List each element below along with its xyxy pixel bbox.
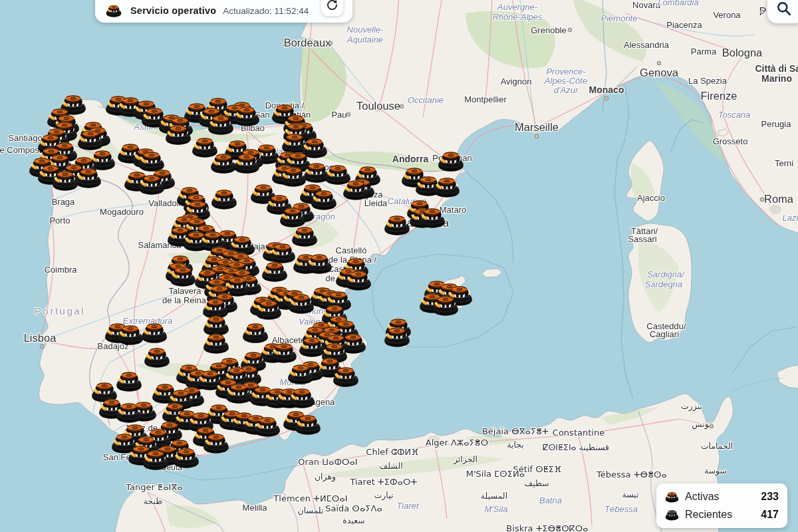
map-label: Provence- xyxy=(546,66,586,76)
map-label: Biskra ⵜⵉⴱⴻⵙⴽⵔⴰ xyxy=(506,523,588,532)
map-label: M'Sila xyxy=(485,504,508,514)
map-label: Talavera xyxy=(168,286,201,296)
map-label: بنزرت xyxy=(681,401,702,412)
town-dot xyxy=(604,96,608,100)
refresh-button[interactable] xyxy=(321,0,344,17)
map-label: Castelló xyxy=(336,245,367,255)
map-label: سوسة xyxy=(704,466,727,476)
map-label: Coimbra xyxy=(44,265,77,275)
map-label: Mataró xyxy=(440,205,466,215)
map-label: بجاية xyxy=(507,440,524,450)
map-label: Avignon xyxy=(501,76,532,86)
map-label: Andorra xyxy=(392,154,429,164)
stats-row-recent: Recientes 417 xyxy=(665,507,779,522)
map-canvas[interactable]: BordeauxToulouseMarseilleGenovaFirenzeRo… xyxy=(0,0,798,532)
town-dot xyxy=(760,198,763,201)
map-label: La Spezia xyxy=(688,76,728,86)
map-label: Auvergne- xyxy=(497,2,538,12)
map-label: Parma xyxy=(691,47,717,57)
map-label: Tlemcen ⵜⵍⵎⵙⴰⵏ xyxy=(273,493,347,503)
map-label: الشلف xyxy=(379,461,403,471)
map-label: وهران xyxy=(315,471,336,482)
map-label: Porto xyxy=(49,215,70,225)
status-pill: Servicio operativo Actualizado: 11:52:44 xyxy=(95,0,352,23)
map-label: Lombardia xyxy=(658,0,698,7)
map-label: Tanger ⵟⴰⵏⴳⴰ xyxy=(125,482,182,492)
map-label: Lleida xyxy=(364,198,388,208)
map-label: Novara xyxy=(632,0,661,10)
map-label: Braga xyxy=(52,197,75,207)
map-label: Oran ⵡⴰⵀⵔⴰⵏ xyxy=(298,457,357,467)
recent-label: Recientes xyxy=(685,509,732,521)
magnifier-handle xyxy=(786,11,790,15)
town-dot xyxy=(760,10,763,13)
town-dot xyxy=(657,61,660,65)
stats-row-active: Activas 233 xyxy=(665,489,779,504)
map-label: Perugia xyxy=(761,119,792,129)
map-label: Terni xyxy=(775,158,793,168)
active-label: Activas xyxy=(685,491,720,503)
map-label: ⵇⵙⵏⵟⵉⵏⴰ قسنطينة xyxy=(543,442,609,452)
search-icon xyxy=(775,0,793,17)
map-label: الحمامات xyxy=(701,441,733,451)
map-label: Chlef ⵛⵀⵍⴼ xyxy=(366,447,418,457)
map-label: Toscana xyxy=(718,110,751,120)
map-label: Marino xyxy=(761,73,792,84)
town-dot xyxy=(535,134,538,138)
map-label: Piacenza xyxy=(666,20,702,30)
town-dot xyxy=(710,424,713,428)
map-label: de la Reina xyxy=(162,295,207,305)
map-label: المسيلة xyxy=(481,491,507,501)
map-label: تيارت xyxy=(374,490,394,501)
map-label: Sardegna xyxy=(645,279,682,289)
map-label: Cagliari xyxy=(650,329,679,339)
map-label: Béjaïa ⴱⴳⴰⵢⴻⵜ xyxy=(482,426,549,436)
map-label: Batna xyxy=(539,495,562,505)
map-label: Mogadouro xyxy=(100,207,144,217)
map-label: Marseille xyxy=(515,121,559,133)
map-label: Tébessa xyxy=(604,504,638,514)
map-label: Alessandria xyxy=(624,40,670,50)
map-label: d'Azur xyxy=(554,85,579,95)
map-label: Sassari xyxy=(628,234,656,244)
recent-count: 417 xyxy=(761,509,779,521)
town-dot xyxy=(400,104,403,108)
map-label: Grosseto xyxy=(713,136,748,146)
map-label: Constantine xyxy=(553,428,604,438)
map-label: Ajaccio xyxy=(637,193,665,203)
map-label: Grenoble xyxy=(531,25,566,35)
map-label: تونس xyxy=(692,419,712,430)
map-label: Alger ⴷⵣⴰⵢⴻⵔ xyxy=(426,438,488,448)
map-label: تلمسان xyxy=(298,505,325,515)
map-label: سطيف xyxy=(524,478,549,488)
map-label: Lazio xyxy=(782,213,798,223)
map-label: Pau xyxy=(331,110,346,120)
map-label: سعيدة xyxy=(342,515,364,525)
map-label: Genova xyxy=(640,66,679,78)
town-dot xyxy=(568,28,571,31)
beacon-status-icon xyxy=(106,4,122,18)
map-label: Santiago xyxy=(8,133,42,143)
map-label: Firenze xyxy=(700,90,737,102)
urban-patch xyxy=(769,205,781,214)
town-dot xyxy=(40,344,43,348)
map-label: Lisboa xyxy=(24,332,57,344)
refresh-icon xyxy=(325,0,339,12)
search-button[interactable] xyxy=(767,0,798,23)
map-label: Albacete xyxy=(272,335,306,345)
updated-time-label: Actualizado: 11:52:44 xyxy=(223,6,309,16)
map-label: Tébessa ⵜⴱⴻⵙⴰ xyxy=(596,469,667,479)
map-label: Occitanie xyxy=(408,95,444,105)
beacon-active-icon xyxy=(665,491,679,503)
map-label: Aquitaine xyxy=(346,35,383,45)
map-label: Roma xyxy=(764,193,794,205)
map-app: BordeauxToulouseMarseilleGenovaFirenzeRo… xyxy=(0,0,798,532)
map-label: Monaco xyxy=(589,84,624,95)
town-dot xyxy=(346,112,350,116)
stats-panel: Activas 233 Recientes 417 xyxy=(656,483,787,528)
map-label: Tiaret xyxy=(396,501,420,511)
beacon-recent-icon xyxy=(665,509,679,521)
map-label: Bologna xyxy=(722,47,763,59)
map-label: الجزائر xyxy=(453,454,477,465)
map-label: طنجة xyxy=(144,496,163,506)
